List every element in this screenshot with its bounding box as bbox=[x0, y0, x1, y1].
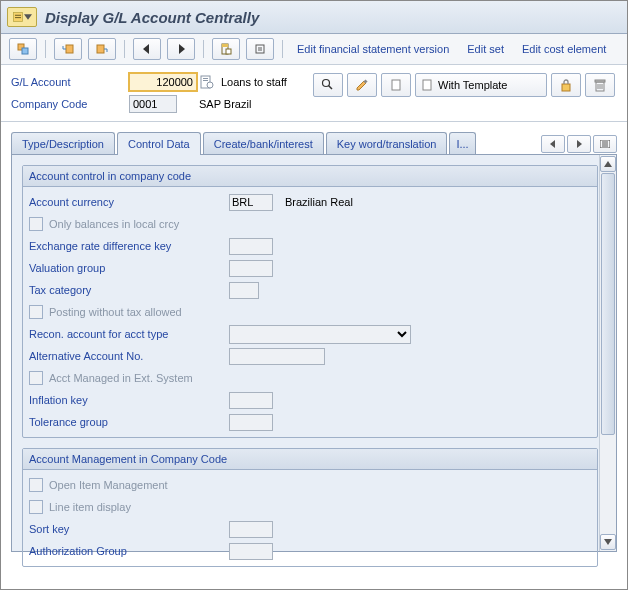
chevron-down-icon bbox=[24, 12, 32, 22]
svg-rect-15 bbox=[203, 80, 208, 81]
svg-rect-9 bbox=[226, 49, 231, 54]
group-account-management: Account Management in Company Code Open … bbox=[22, 448, 598, 567]
scrollbar[interactable] bbox=[599, 155, 616, 551]
tax-category-input[interactable] bbox=[229, 282, 259, 299]
inflation-key-input[interactable] bbox=[229, 392, 273, 409]
display-mode-button[interactable] bbox=[313, 73, 343, 97]
scroll-up-button[interactable] bbox=[600, 156, 616, 172]
account-currency-desc: Brazilian Real bbox=[285, 196, 353, 208]
tab-type-description[interactable]: Type/Description bbox=[11, 132, 115, 155]
page-title: Display G/L Account Centrally bbox=[45, 9, 259, 26]
group-header: Account Management in Company Code bbox=[23, 449, 597, 470]
acct-ext-system-checkbox bbox=[29, 371, 43, 385]
edit-set-link[interactable]: Edit set bbox=[461, 43, 510, 55]
separator bbox=[203, 40, 204, 58]
open-item-label: Open Item Management bbox=[49, 479, 168, 491]
tax-category-label: Tax category bbox=[29, 284, 229, 296]
valuation-group-label: Valuation group bbox=[29, 262, 229, 274]
tab-list-button[interactable] bbox=[593, 135, 617, 153]
search-help-icon[interactable] bbox=[199, 74, 215, 90]
separator bbox=[124, 40, 125, 58]
open-item-checkbox bbox=[29, 478, 43, 492]
svg-rect-14 bbox=[203, 78, 208, 79]
tolerance-group-input[interactable] bbox=[229, 414, 273, 431]
next-item-button[interactable] bbox=[167, 38, 195, 60]
gl-account-input[interactable] bbox=[129, 73, 197, 91]
only-balances-checkbox bbox=[29, 217, 43, 231]
account-currency-label: Account currency bbox=[29, 196, 229, 208]
gl-account-desc: Loans to staff bbox=[221, 76, 287, 88]
inflation-key-label: Inflation key bbox=[29, 394, 229, 406]
sort-key-input[interactable] bbox=[229, 521, 273, 538]
tab-control-data[interactable]: Control Data bbox=[117, 132, 201, 155]
scroll-down-button[interactable] bbox=[600, 534, 616, 550]
account-currency-input[interactable] bbox=[229, 194, 273, 211]
where-used-button[interactable] bbox=[246, 38, 274, 60]
valuation-group-input[interactable] bbox=[229, 260, 273, 277]
separator bbox=[282, 40, 283, 58]
prev-item-button[interactable] bbox=[133, 38, 161, 60]
svg-line-18 bbox=[329, 86, 333, 90]
menu-button[interactable] bbox=[7, 7, 37, 27]
exchange-rate-diff-label: Exchange rate difference key bbox=[29, 240, 229, 252]
change-mode-button[interactable] bbox=[347, 73, 377, 97]
edit-fsv-link[interactable]: Edit financial statement version bbox=[291, 43, 455, 55]
svg-rect-23 bbox=[562, 84, 570, 91]
svg-rect-8 bbox=[222, 44, 228, 47]
with-template-label: With Template bbox=[438, 79, 508, 91]
separator bbox=[45, 40, 46, 58]
scrollbar-thumb[interactable] bbox=[601, 173, 615, 435]
alternative-account-label: Alternative Account No. bbox=[29, 350, 229, 362]
gl-account-label: G/L Account bbox=[11, 76, 129, 88]
exchange-rate-diff-input[interactable] bbox=[229, 238, 273, 255]
company-code-label: Company Code bbox=[11, 98, 129, 110]
lock-button[interactable] bbox=[551, 73, 581, 97]
group-header: Account control in company code bbox=[23, 166, 597, 187]
svg-point-16 bbox=[207, 82, 213, 88]
alternative-account-input[interactable] bbox=[229, 348, 325, 365]
tab-keyword-translation[interactable]: Key word/translation bbox=[326, 132, 448, 155]
posting-without-tax-checkbox bbox=[29, 305, 43, 319]
create-with-template-button[interactable]: With Template bbox=[415, 73, 547, 97]
tab-scroll-left-button[interactable] bbox=[541, 135, 565, 153]
other-object-button[interactable] bbox=[9, 38, 37, 60]
svg-rect-5 bbox=[66, 45, 73, 53]
recon-account-select[interactable] bbox=[229, 325, 411, 344]
tab-create-bank-interest[interactable]: Create/bank/interest bbox=[203, 132, 324, 155]
divider bbox=[1, 121, 627, 122]
group-account-control: Account control in company code Account … bbox=[22, 165, 598, 438]
svg-rect-4 bbox=[22, 48, 28, 54]
company-code-desc: SAP Brazil bbox=[199, 98, 251, 110]
prev-screen-button[interactable] bbox=[54, 38, 82, 60]
authorization-group-input[interactable] bbox=[229, 543, 273, 560]
sort-key-label: Sort key bbox=[29, 523, 229, 535]
edit-cost-link[interactable]: Edit cost element bbox=[516, 43, 612, 55]
svg-rect-10 bbox=[256, 45, 264, 53]
tab-scroll-right-button[interactable] bbox=[567, 135, 591, 153]
svg-rect-21 bbox=[392, 80, 400, 90]
only-balances-label: Only balances in local crcy bbox=[49, 218, 179, 230]
svg-rect-1 bbox=[15, 15, 21, 16]
recon-account-label: Recon. account for acct type bbox=[29, 328, 229, 340]
svg-rect-22 bbox=[423, 80, 431, 90]
tab-info[interactable]: I... bbox=[449, 132, 475, 155]
tolerance-group-label: Tolerance group bbox=[29, 416, 229, 428]
line-item-checkbox bbox=[29, 500, 43, 514]
create-button[interactable] bbox=[381, 73, 411, 97]
posting-without-tax-label: Posting without tax allowed bbox=[49, 306, 182, 318]
authorization-group-label: Authorization Group bbox=[29, 545, 229, 557]
svg-rect-6 bbox=[97, 45, 104, 53]
line-item-label: Line item display bbox=[49, 501, 131, 513]
next-screen-button[interactable] bbox=[88, 38, 116, 60]
svg-rect-2 bbox=[15, 17, 21, 18]
company-code-input[interactable] bbox=[129, 95, 177, 113]
delete-button[interactable] bbox=[585, 73, 615, 97]
acct-ext-system-label: Acct Managed in Ext. System bbox=[49, 372, 193, 384]
svg-rect-25 bbox=[595, 80, 605, 82]
display-button[interactable] bbox=[212, 38, 240, 60]
